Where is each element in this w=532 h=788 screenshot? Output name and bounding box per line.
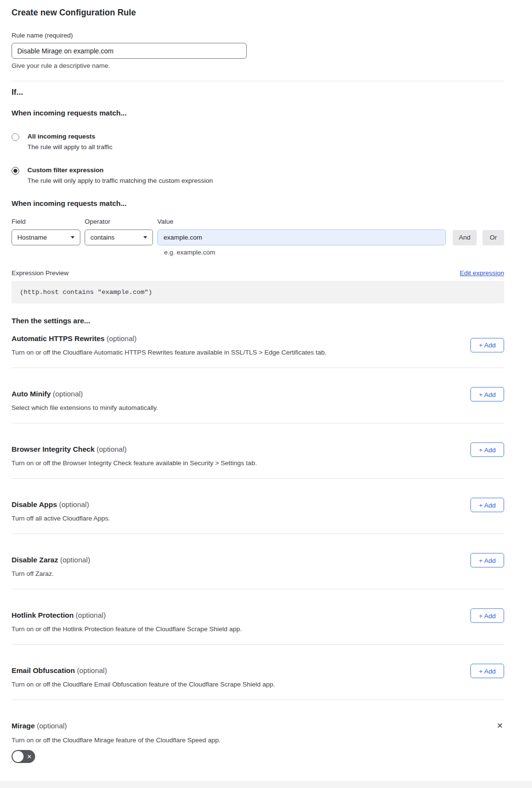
setting-description: Turn on or off the Cloudflare Mirage fea… — [12, 737, 425, 744]
setting-description: Turn off all active Cloudflare Apps. — [12, 515, 425, 522]
radio-custom-filter-expression[interactable]: Custom filter expression The rule will o… — [12, 166, 504, 184]
setting-optional: (optional) — [107, 334, 137, 343]
toggle-knob-icon — [13, 751, 24, 762]
if-heading: If... — [12, 88, 504, 97]
and-button[interactable]: And — [453, 230, 477, 245]
radio-icon[interactable] — [12, 133, 19, 141]
chevron-down-icon — [71, 236, 75, 239]
setting-title: Hotlink Protection — [12, 611, 74, 619]
setting-optional: (optional) — [97, 445, 127, 453]
setting-optional: (optional) — [60, 556, 90, 564]
rule-name-input[interactable] — [12, 43, 247, 59]
setting-row: Mirage (optional) ✕ Turn on or off the C… — [12, 700, 504, 775]
radio-all-incoming-requests[interactable]: All incoming requests The rule will appl… — [12, 133, 504, 151]
setting-description: Select which file extensions to minify a… — [12, 404, 425, 411]
setting-title-line: Auto Minify (optional) — [12, 390, 83, 398]
setting-row: Automatic HTTPS Rewrites (optional) Turn… — [12, 325, 504, 368]
add-button[interactable]: + Add — [470, 553, 504, 568]
page-title: Create new Configuration Rule — [12, 8, 504, 18]
setting-description: Turn on or off the Browser Integrity Che… — [12, 459, 425, 467]
setting-title-line: Browser Integrity Check (optional) — [12, 445, 127, 453]
setting-description: Turn on or off the Hotlink Protection fe… — [12, 625, 425, 633]
setting-title-line: Disable Apps (optional) — [12, 500, 89, 508]
create-rule-page: Create new Configuration Rule Rule name … — [0, 0, 532, 775]
setting-toggle-off[interactable]: ✕ — [12, 750, 35, 763]
section-divider — [12, 81, 504, 81]
setting-optional: (optional) — [59, 500, 89, 508]
field-select-value: Hostname — [17, 234, 47, 241]
close-icon[interactable]: ✕ — [496, 722, 504, 730]
setting-row: Hotlink Protection (optional) Turn on or… — [12, 589, 504, 645]
settings-list: Automatic HTTPS Rewrites (optional) Turn… — [12, 325, 504, 775]
setting-row: Auto Minify (optional) Select which file… — [12, 368, 504, 423]
expression-preview-label: Expression Preview — [12, 269, 69, 277]
setting-title-line: Automatic HTTPS Rewrites (optional) — [12, 334, 137, 343]
setting-optional: (optional) — [76, 611, 106, 619]
setting-optional: (optional) — [77, 666, 107, 674]
value-helper: e.g. example.com — [164, 249, 504, 256]
setting-title: Disable Zaraz — [12, 556, 58, 564]
setting-title: Auto Minify — [12, 390, 51, 398]
setting-row: Disable Apps (optional) Turn off all act… — [12, 479, 504, 534]
radio-description: The rule will only apply to traffic matc… — [27, 177, 213, 184]
add-button[interactable]: + Add — [470, 664, 504, 678]
radio-icon[interactable] — [12, 167, 19, 175]
radio-label: All incoming requests — [27, 133, 113, 140]
match-heading-2: When incoming requests match... — [12, 199, 504, 207]
add-button[interactable]: + Add — [470, 498, 504, 512]
setting-title: Browser Integrity Check — [12, 445, 95, 453]
expression-preview-code: (http.host contains "example.com") — [12, 281, 504, 304]
radio-label: Custom filter expression — [27, 166, 213, 174]
setting-title-line: Mirage (optional) — [12, 722, 67, 730]
rule-name-label: Rule name (required) — [12, 32, 504, 39]
setting-title: Mirage — [12, 722, 35, 730]
setting-row: Browser Integrity Check (optional) Turn … — [12, 423, 504, 479]
value-input[interactable] — [157, 229, 446, 245]
setting-title-line: Hotlink Protection (optional) — [12, 611, 106, 619]
operator-label: Operator — [85, 218, 157, 225]
operator-select[interactable]: contains — [85, 229, 153, 245]
edit-expression-link[interactable]: Edit expression — [460, 269, 504, 277]
setting-description: Turn off Zaraz. — [12, 570, 425, 577]
add-button[interactable]: + Add — [470, 443, 504, 457]
match-heading-1: When incoming requests match... — [12, 109, 504, 117]
setting-title-line: Email Obfuscation (optional) — [12, 666, 107, 674]
setting-description: Turn on or off the Cloudflare Automatic … — [12, 349, 425, 356]
setting-title-line: Disable Zaraz (optional) — [12, 556, 90, 564]
setting-row: Email Obfuscation (optional) Turn on or … — [12, 645, 504, 700]
chevron-down-icon — [143, 236, 147, 239]
setting-title: Email Obfuscation — [12, 666, 75, 674]
toggle-x-icon: ✕ — [27, 753, 32, 759]
settings-heading: Then the settings are... — [12, 317, 504, 325]
footer-band — [0, 781, 532, 788]
add-button[interactable]: + Add — [470, 338, 504, 352]
value-label: Value — [157, 218, 174, 225]
setting-optional: (optional) — [53, 390, 83, 398]
field-select[interactable]: Hostname — [12, 229, 80, 245]
add-button[interactable]: + Add — [470, 609, 504, 623]
setting-optional: (optional) — [37, 722, 67, 730]
setting-title: Automatic HTTPS Rewrites — [12, 334, 104, 343]
radio-description: The rule will apply to all traffic — [27, 143, 113, 151]
setting-description: Turn on or off the Cloudflare Email Obfu… — [12, 681, 425, 688]
operator-select-value: contains — [90, 234, 114, 241]
setting-title: Disable Apps — [12, 500, 57, 508]
setting-row: Disable Zaraz (optional) Turn off Zaraz.… — [12, 534, 504, 589]
or-button[interactable]: Or — [482, 230, 504, 245]
rule-name-helper: Give your rule a descriptive name. — [12, 62, 504, 69]
add-button[interactable]: + Add — [470, 387, 504, 402]
field-label: Field — [12, 218, 85, 225]
